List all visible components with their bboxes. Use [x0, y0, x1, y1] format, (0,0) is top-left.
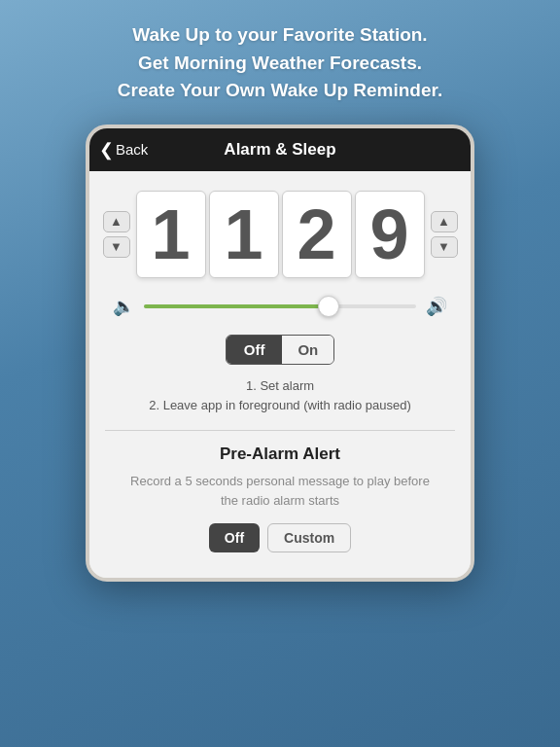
volume-fill [144, 304, 329, 308]
pre-alarm-description: Record a 5 seconds personal message to p… [105, 472, 455, 510]
alarm-toggle-row: Off On [105, 335, 455, 365]
left-arrows: ▲ ▼ [103, 211, 130, 258]
device-frame: ❮ Back Alarm & Sleep ▲ ▼ 1 1 2 [86, 124, 474, 583]
right-arrows: ▲ ▼ [431, 211, 458, 258]
volume-low-icon: 🔈 [113, 296, 134, 317]
minutes-up-button[interactable]: ▲ [431, 211, 458, 232]
pre-alarm-title: Pre-Alarm Alert [105, 445, 455, 464]
digit-card-0: 1 [136, 191, 206, 278]
time-display: ▲ ▼ 1 1 2 9 ▲ ▼ [105, 191, 455, 278]
chevron-left-icon: ❮ [99, 141, 114, 159]
back-button[interactable]: ❮ Back [99, 141, 148, 159]
digit-0: 1 [151, 199, 190, 269]
nav-title: Alarm & Sleep [224, 140, 335, 160]
instruction-line2: 2. Leave app in foreground (with radio p… [149, 398, 411, 412]
digit-2: 2 [297, 199, 335, 269]
headline-line1: Wake Up to your Favorite Station. [132, 24, 427, 45]
hours-down-button[interactable]: ▼ [103, 236, 130, 258]
minutes-down-button[interactable]: ▼ [431, 236, 458, 258]
toggle-off-option[interactable]: Off [227, 336, 283, 364]
toggle-on-option[interactable]: On [282, 336, 333, 364]
headline-line3: Create Your Own Wake Up Reminder. [118, 80, 442, 100]
pre-alarm-off-button[interactable]: Off [209, 523, 260, 552]
headline-line2: Get Morning Weather Forecasts. [138, 53, 422, 73]
pre-alarm-custom-button[interactable]: Custom [267, 523, 351, 552]
navigation-bar: ❮ Back Alarm & Sleep [89, 128, 471, 171]
digit-card-3: 9 [355, 191, 425, 278]
headline-text: Wake Up to your Favorite Station. Get Mo… [98, 21, 462, 105]
alarm-instructions: 1. Set alarm 2. Leave app in foreground … [105, 376, 455, 417]
pre-alarm-toggle-row: Off Custom [105, 523, 455, 562]
digit-3: 9 [369, 199, 408, 269]
alarm-toggle[interactable]: Off On [226, 335, 335, 365]
volume-slider[interactable] [144, 304, 416, 308]
section-separator [105, 430, 455, 431]
volume-thumb[interactable] [318, 296, 339, 317]
back-label: Back [116, 141, 148, 158]
content-area: ▲ ▼ 1 1 2 9 ▲ ▼ [89, 171, 471, 579]
digit-1: 1 [224, 199, 262, 269]
digit-card-1: 1 [209, 191, 279, 278]
time-digits-group: 1 1 2 9 [136, 191, 425, 278]
digit-card-2: 2 [282, 191, 352, 278]
volume-row: 🔈 🔊 [105, 296, 455, 317]
hours-up-button[interactable]: ▲ [103, 211, 130, 232]
volume-high-icon: 🔊 [426, 296, 447, 317]
instruction-line1: 1. Set alarm [246, 378, 314, 393]
